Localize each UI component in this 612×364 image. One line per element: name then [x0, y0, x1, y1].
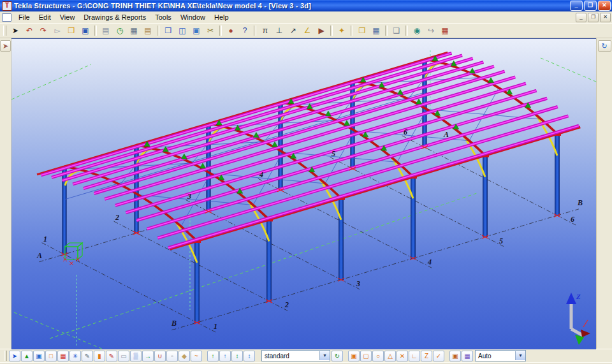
select-plates-icon[interactable]: ▭: [118, 351, 129, 361]
window-panel-icon[interactable]: ◫: [175, 24, 189, 37]
snap-check-icon[interactable]: ✓: [433, 351, 444, 361]
toolbar-separator: [254, 25, 256, 36]
orbit-tool-icon[interactable]: ↻: [598, 40, 611, 52]
export-model-icon[interactable]: ↪: [424, 24, 438, 37]
select-welds-icon[interactable]: ∪: [154, 351, 166, 361]
open-catalog-icon[interactable]: ❑: [390, 24, 404, 37]
grid-label-2: 2: [115, 213, 119, 222]
save-model-icon[interactable]: ▣: [78, 24, 92, 37]
undo-icon[interactable]: ↶: [22, 24, 36, 37]
child-close-button-icon[interactable]: ✕: [600, 13, 611, 22]
snap-mid-icon[interactable]: ↕: [231, 351, 243, 361]
close-button-icon[interactable]: ✕: [598, 1, 611, 11]
snap-end-icon[interactable]: ↕: [244, 351, 255, 361]
select-screws-icon[interactable]: ✎: [106, 351, 117, 361]
snap-cross-icon[interactable]: ✕: [397, 351, 408, 361]
main-toolbar: ➤↶↷▻❐▣▤◷▦▤❒◫▣✂●?π⊥↗∠▶✦❐▦❑◉↪▦: [0, 23, 612, 38]
right-tool-strip: ↻: [596, 38, 612, 349]
copy-icon[interactable]: ❐: [355, 24, 369, 37]
snap-circle-icon[interactable]: ○: [372, 351, 384, 361]
select-curves-icon[interactable]: ~: [191, 351, 202, 361]
model-3d-scene[interactable]: Z123456123456AABB: [11, 39, 597, 349]
pick-cursor-icon[interactable]: ▻: [50, 24, 64, 37]
select-points-icon[interactable]: ✳: [69, 351, 81, 361]
menu-edit[interactable]: Edit: [34, 13, 55, 22]
combo-dropdown-icon[interactable]: ▼: [319, 351, 330, 360]
snap-plane-icon[interactable]: ▣: [449, 351, 461, 361]
select-loads-icon[interactable]: →: [142, 351, 154, 361]
create-snapshot-icon[interactable]: ✦: [335, 24, 349, 37]
menu-bar: FileEditViewDrawings & ReportsToolsWindo…: [0, 11, 612, 23]
menu-items: FileEditViewDrawings & ReportsToolsWindo…: [14, 13, 233, 22]
left-tool-strip: ➤: [0, 38, 11, 349]
restore-button-icon[interactable]: ❐: [584, 1, 597, 11]
menu-window[interactable]: Window: [176, 13, 210, 22]
copy-special-icon[interactable]: ▦: [369, 24, 383, 37]
snap-any-icon[interactable]: ▦: [462, 351, 473, 361]
measure-free-icon[interactable]: ↗: [286, 24, 300, 37]
publish-web-icon[interactable]: ◉: [410, 24, 424, 37]
phase-combobox[interactable]: Auto ▼: [475, 350, 526, 361]
snap-square-icon[interactable]: ▢: [360, 351, 372, 361]
snap-settings: ▣▢○△✕∟Z✓: [348, 351, 445, 361]
snap-origin-icon[interactable]: ▣: [348, 351, 360, 361]
menu-file[interactable]: File: [14, 13, 34, 22]
open-model-icon[interactable]: ❐: [64, 24, 78, 37]
new-view-icon[interactable]: ▤: [99, 24, 113, 37]
toolbar-separator: [405, 25, 408, 36]
measure-angle-icon[interactable]: ∠: [300, 24, 314, 37]
measure-vertical-icon[interactable]: ⊥: [272, 24, 286, 37]
menu-help[interactable]: Help: [210, 13, 233, 22]
snap-points-icon[interactable]: ↑: [207, 351, 219, 361]
child-window-controls: _❐✕: [576, 13, 612, 22]
grid-label-B: B: [577, 198, 583, 207]
toolbar-grip[interactable]: [3, 25, 6, 36]
select-parts-icon[interactable]: ▲: [21, 351, 33, 361]
window-controls: _❐✕: [569, 1, 611, 11]
redo-icon[interactable]: ↷: [36, 24, 50, 37]
report-icon[interactable]: ▤: [141, 24, 155, 37]
child-window-icon[interactable]: [2, 13, 11, 22]
select-mesh-icon[interactable]: ▒: [130, 351, 142, 361]
grid-label-B: B: [171, 319, 177, 328]
select-columns-icon[interactable]: ▮: [94, 351, 105, 361]
measure-horizontal-icon[interactable]: π: [258, 24, 272, 37]
select-components-icon[interactable]: □: [45, 351, 57, 361]
child-minimize-button-icon[interactable]: _: [576, 13, 586, 22]
window-tile-icon[interactable]: ❒: [161, 24, 175, 37]
autosave-clock-icon[interactable]: ◷: [113, 24, 127, 37]
menu-tools[interactable]: Tools: [150, 13, 176, 22]
select-surfaces-icon[interactable]: ▣: [33, 351, 45, 361]
select-chamfers-icon[interactable]: ◆: [178, 351, 190, 361]
child-restore-button-icon[interactable]: ❐: [588, 13, 599, 22]
grid-label-5: 5: [332, 149, 335, 158]
measure-bolt-icon[interactable]: ▶: [314, 24, 328, 37]
pointer-settings-icon[interactable]: ●: [224, 24, 238, 37]
selection-switches: ➤▲▣□▦✳✎▮✎▭▒→∪▫◆~: [9, 351, 203, 361]
refresh-selection-icon[interactable]: ↻: [332, 351, 343, 361]
phases-icon[interactable]: ▦: [438, 24, 452, 37]
combo-dropdown-icon[interactable]: ▼: [515, 351, 525, 360]
phase-combobox-value: Auto: [476, 353, 515, 360]
select-cuts-icon[interactable]: ▫: [166, 351, 178, 361]
context-help-icon[interactable]: ?: [238, 24, 252, 37]
pointer-tool-icon[interactable]: ➤: [0, 40, 11, 52]
model-viewport-3d[interactable]: Z123456123456AABB: [11, 38, 596, 349]
bottom-toolbar-grip[interactable]: [4, 351, 7, 361]
select-lines-icon[interactable]: ✎: [82, 351, 93, 361]
select-all-icon[interactable]: ➤: [9, 351, 20, 361]
snap-z-icon[interactable]: Z: [421, 351, 432, 361]
snap-perpendicular-icon[interactable]: ∟: [409, 351, 420, 361]
snap-triangle-icon[interactable]: △: [384, 351, 396, 361]
profile-combobox[interactable]: standard ▼: [261, 350, 330, 361]
cut-view-icon[interactable]: ✂: [203, 24, 217, 37]
select-grids-icon[interactable]: ▦: [57, 351, 69, 361]
minimize-button-icon[interactable]: _: [570, 1, 583, 11]
window-view-icon[interactable]: ▣: [189, 24, 203, 37]
snap-lines-icon[interactable]: ↑: [219, 351, 231, 361]
refresh-slot: ↻: [332, 351, 344, 361]
menu-view[interactable]: View: [55, 13, 80, 22]
select-arrow-icon[interactable]: ➤: [8, 24, 22, 37]
print-icon[interactable]: ▦: [127, 24, 141, 37]
menu-drawings-reports[interactable]: Drawings & Reports: [79, 13, 150, 22]
